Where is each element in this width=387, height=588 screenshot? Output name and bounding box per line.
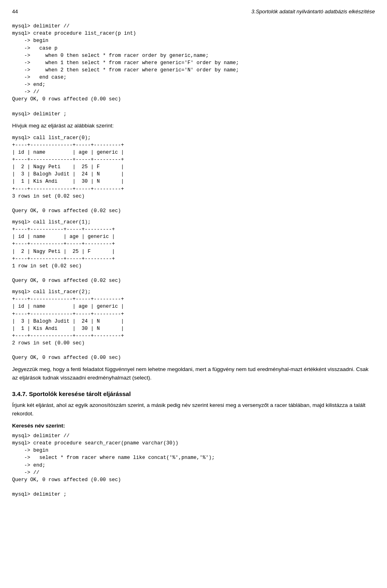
search-label: Keresés név szerint: [12,422,375,430]
page-header: 44 3.Sportolók adatait nyilvántartó adat… [12,8,375,15]
intro-text: Hívjuk meg az eljárást az alábbiak szeri… [12,122,375,130]
code-block-1: mysql> delimiter // mysql> create proced… [12,23,375,118]
page-number: 44 [12,8,18,15]
section-heading: 3.4.7. Sportolók keresése tárolt eljárás… [12,390,375,398]
section-title: Sportolók keresése tárolt eljárással [29,390,131,397]
section-body: Írjunk két eljárást, ahol az egyik azono… [12,401,375,418]
code-block-5: mysql> delimiter // mysql> create proced… [12,432,375,498]
code-block-4: mysql> call list_racer(2); +----+-------… [12,288,375,361]
code-block-2: mysql> call list_racer(0); +----+-------… [12,134,375,215]
section-number: 3.4.7. [12,390,27,397]
note-text: Jegyezzük meg, hogy a fenti feladatot fü… [12,365,375,382]
page-title: 3.Sportolók adatait nyilvántartó adatbáz… [252,8,375,15]
code-block-3: mysql> call list_racer(1); +----+-------… [12,219,375,284]
